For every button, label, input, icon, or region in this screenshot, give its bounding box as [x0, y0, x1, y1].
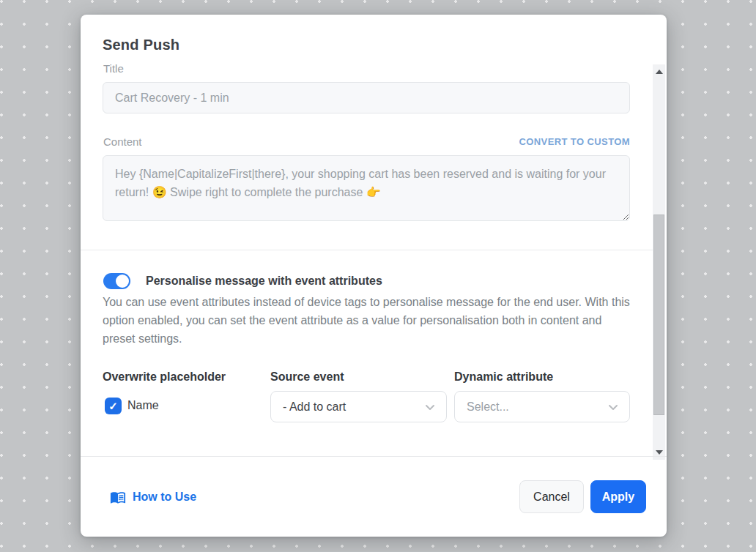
- overwrite-placeholder-header: Overwrite placeholder: [103, 370, 226, 384]
- name-checkbox-label: Name: [127, 399, 159, 412]
- content-textarea[interactable]: Hey {Name|CapitalizeFirst|there}, your s…: [103, 155, 630, 221]
- name-checkbox[interactable]: ✓: [105, 398, 122, 414]
- dialog-footer: How to Use Cancel Apply: [81, 457, 667, 537]
- scrollbar-thumb[interactable]: [653, 215, 664, 415]
- source-event-header: Source event: [270, 370, 344, 384]
- triangle-up-icon: [656, 70, 663, 74]
- chevron-down-icon: [607, 401, 619, 413]
- apply-button[interactable]: Apply: [590, 480, 646, 513]
- personalise-toggle[interactable]: [103, 273, 130, 289]
- dynamic-attribute-value: Select...: [467, 400, 509, 414]
- triangle-down-icon: [656, 450, 663, 455]
- dynamic-attribute-select[interactable]: Select...: [454, 391, 630, 422]
- checkmark-icon: ✓: [108, 400, 118, 413]
- toggle-knob-icon: [116, 275, 129, 288]
- content-field-label: Content: [103, 135, 142, 148]
- chevron-down-icon: [424, 401, 436, 413]
- how-to-use-label: How to Use: [133, 491, 196, 504]
- convert-to-custom-link[interactable]: CONVERT TO CUSTOM: [519, 136, 631, 147]
- title-input[interactable]: [103, 82, 630, 113]
- how-to-use-link[interactable]: How to Use: [110, 489, 196, 505]
- personalise-toggle-label: Personalise message with event attribute…: [146, 275, 382, 288]
- personalise-description: You can use event attributes instead of …: [103, 293, 634, 348]
- scroll-up-button[interactable]: [653, 66, 665, 78]
- book-icon: [110, 489, 126, 505]
- dynamic-attribute-header: Dynamic attribute: [454, 370, 553, 384]
- source-event-select[interactable]: - Add to cart: [270, 391, 447, 422]
- title-field-label: Title: [103, 62, 124, 75]
- source-event-value: - Add to cart: [283, 400, 346, 414]
- dialog-scrollbar[interactable]: [653, 64, 665, 460]
- section-divider: [81, 250, 653, 250]
- dialog-title: Send Push: [103, 37, 179, 53]
- cancel-button[interactable]: Cancel: [519, 480, 584, 513]
- send-push-dialog: Send Push Title Content CONVERT TO CUSTO…: [81, 15, 667, 537]
